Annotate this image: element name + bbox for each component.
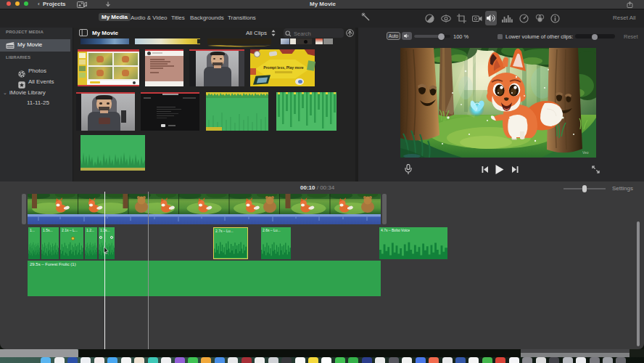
svg-text:Veo: Veo: [582, 150, 589, 155]
